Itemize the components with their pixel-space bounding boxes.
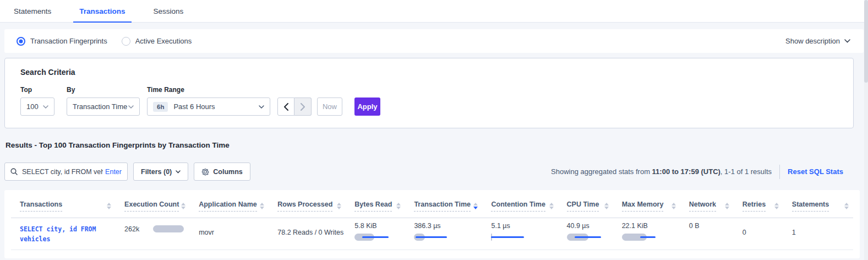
sort-icon-active[interactable] [473,203,478,209]
col-header-contention-time[interactable]: Contention Time [491,201,545,212]
fingerprint-search-box[interactable]: Enter [4,162,128,181]
stats-time-range: 11:00 to 17:59 (UTC) [652,167,720,176]
col-header-cpu-time[interactable]: CPU Time [567,201,599,212]
sort-icon[interactable] [260,203,264,209]
transactions-table: Transactions Execution Count Application… [11,190,853,250]
col-header-transaction-time[interactable]: Transaction Time [414,201,471,212]
cpu-time-value: 40.9 µs [567,218,609,230]
sort-icon[interactable] [396,203,401,209]
contention-time-value: 5.1 µs [491,218,553,230]
table-header-row: Transactions Execution Count Application… [11,190,853,218]
col-header-execution-count[interactable]: Execution Count [124,201,179,212]
results-controls-row: Enter Filters (0) Columns Showing aggreg… [4,162,843,181]
chevron-down-icon [259,105,264,109]
application-name-cell: movr [199,218,264,236]
sort-icon[interactable] [604,203,609,209]
scrollbar-track[interactable] [864,0,868,260]
bytes-read-bar [354,234,401,241]
radio-label: Active Executions [135,37,192,45]
statements-cell: 1 [792,218,849,236]
retries-cell: 0 [743,218,779,236]
execution-count-cell: 262k [124,218,185,233]
by-field: By Transaction Time [67,86,140,116]
search-input[interactable] [22,168,103,176]
by-select[interactable]: Transaction Time [67,98,140,116]
chevron-down-icon [43,105,48,109]
time-range-select[interactable]: 6h Past 6 Hours [147,98,270,116]
col-header-statements[interactable]: Statements [792,201,829,212]
sort-icon[interactable] [549,203,554,209]
filters-button[interactable]: Filters (0) [133,162,188,181]
columns-label: Columns [213,168,242,176]
chevron-left-icon [283,103,288,111]
col-header-application-name[interactable]: Application Name [199,201,257,212]
col-header-network[interactable]: Network [689,201,716,212]
show-description-toggle[interactable]: Show description [785,37,850,45]
time-next-button[interactable] [294,98,312,116]
time-range-badge: 6h [153,102,168,112]
search-criteria-card: Search Criteria Top 100 By Transaction T… [4,58,854,128]
time-range-field: Time Range 6h Past 6 Hours [147,86,270,116]
table-row: SELECT city, id FROM vehicles 262k movr … [11,218,853,250]
stats-area: Showing aggregated stats from 11:00 to 1… [551,165,843,179]
gear-icon [201,168,209,176]
transaction-time-bar [414,234,478,241]
sort-icon[interactable] [774,203,779,209]
tab-statements[interactable]: Statements [8,0,57,22]
top-select[interactable]: 100 [20,98,54,116]
search-criteria-title: Search Criteria [20,68,838,77]
col-header-transactions[interactable]: Transactions [20,201,62,212]
radio-transaction-fingerprints[interactable]: Transaction Fingerprints [17,37,107,46]
reset-sql-stats-link[interactable]: Reset SQL Stats [788,167,843,176]
tab-transactions[interactable]: Transactions [73,0,131,22]
sort-icon[interactable] [181,203,185,209]
chevron-right-icon [301,103,305,111]
scrollbar-thumb[interactable] [864,0,868,83]
radio-label: Transaction Fingerprints [30,37,107,45]
top-label: Top [20,86,67,94]
network-cell: 0 B [689,218,729,230]
col-header-rows-processed[interactable]: Rows Processed [277,201,332,212]
radio-unselected-icon [122,37,130,46]
divider [779,165,780,179]
chevron-down-icon [176,170,181,174]
search-icon [10,168,18,175]
radio-selected-icon [17,37,25,46]
enter-hint: Enter [105,168,122,176]
top-field: Top 100 [20,86,67,116]
rows-processed-cell: 78.2 Reads / 0 Writes [277,218,341,236]
apply-button[interactable]: Apply [354,98,380,116]
tab-sessions[interactable]: Sessions [148,0,190,22]
sort-icon[interactable] [337,203,341,209]
sort-icon[interactable] [672,203,676,209]
time-range-label: Time Range [147,86,270,94]
time-range-value: Past 6 Hours [173,102,215,111]
aggregated-stats-text: Showing aggregated stats from 11:00 to 1… [551,167,772,176]
col-header-retries[interactable]: Retries [743,201,766,212]
columns-button[interactable]: Columns [194,162,250,181]
chevron-down-icon [128,105,134,109]
col-header-max-memory[interactable]: Max Memory [622,201,664,212]
max-memory-bar [622,234,676,241]
max-memory-value: 22.1 KiB [622,218,676,230]
show-description-label: Show description [785,37,840,45]
time-nav-group [277,98,312,116]
by-label: By [67,86,140,94]
transaction-time-value: 386.3 µs [414,218,478,230]
top-select-value: 100 [26,102,39,111]
page-tabbar: Statements Transactions Sessions [0,0,868,23]
time-prev-button[interactable] [277,98,294,116]
sort-icon[interactable] [107,203,111,209]
results-table-card: Transactions Execution Count Application… [4,190,860,258]
chevron-down-icon [844,39,850,43]
sort-icon[interactable] [844,203,849,209]
col-header-bytes-read[interactable]: Bytes Read [354,201,392,212]
now-button[interactable]: Now [317,98,342,116]
view-toggle-bar: Transaction Fingerprints Active Executio… [4,29,864,53]
filters-label: Filters (0) [141,168,172,176]
cpu-time-bar [567,234,609,241]
radio-active-executions[interactable]: Active Executions [122,37,192,46]
transaction-fingerprint-link[interactable]: SELECT city, id FROM vehicles [20,218,111,245]
execution-count-bar [153,225,184,232]
sort-icon[interactable] [725,203,729,209]
